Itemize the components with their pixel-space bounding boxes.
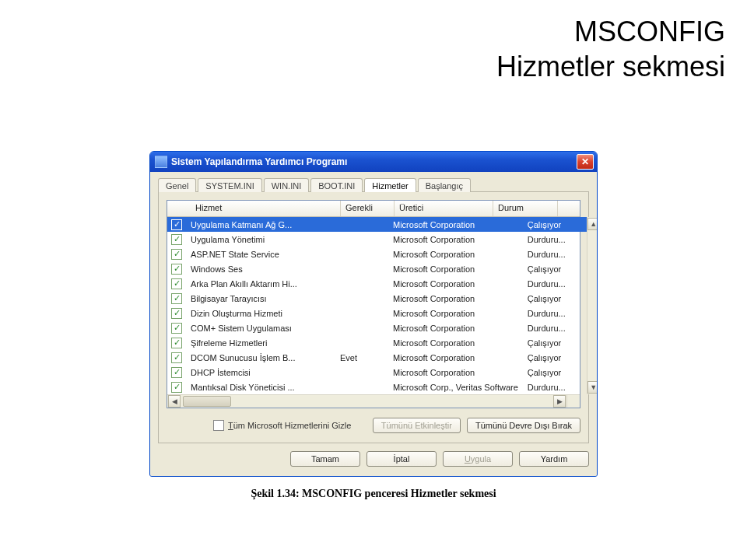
- ok-button[interactable]: Tamam: [290, 451, 360, 467]
- cell-manufacturer: Microsoft Corporation: [388, 264, 523, 274]
- tab-genel[interactable]: Genel: [158, 178, 196, 192]
- table-row[interactable]: ✓Bilgisayar TarayıcısıMicrosoft Corporat…: [167, 291, 587, 306]
- below-list-bar: Tüm Microsoft Hizmetlerini Gizle Tümünü …: [167, 418, 580, 433]
- horizontal-scrollbar[interactable]: ◀ ▶: [167, 394, 580, 408]
- cell-service: DCOM Sunucusu İşlem B...: [186, 353, 335, 362]
- row-checkbox[interactable]: ✓: [171, 308, 182, 319]
- disable-all-button[interactable]: Tümünü Devre Dışı Bırak: [467, 418, 580, 433]
- heading-line1: MSCONFIG: [574, 16, 725, 47]
- row-checkbox[interactable]: ✓: [171, 352, 182, 363]
- figure-caption: Şekil 1.34: MSCONFIG penceresi Hizmetler…: [149, 488, 598, 500]
- listview-header-row: Hizmet Gerekli Üretici Durum: [167, 201, 580, 217]
- cell-manufacturer: Microsoft Corporation: [388, 220, 523, 229]
- cell-state: Durduru...: [523, 324, 587, 333]
- figure-screenshot: Sistem Yapılandırma Yardımcı Programı ✕ …: [149, 151, 598, 500]
- row-checkbox[interactable]: ✓: [171, 234, 182, 245]
- tab-strip: GenelSYSTEM.INIWIN.INIBOOT.INIHizmetlerB…: [158, 178, 589, 192]
- tab-ba-lang-[interactable]: Başlangıç: [418, 178, 471, 192]
- list-buttons: Tümünü Etkinleştir Tümünü Devre Dışı Bır…: [373, 418, 580, 433]
- cell-manufacturer: Microsoft Corporation: [388, 250, 523, 259]
- row-checkbox[interactable]: ✓: [171, 264, 182, 275]
- row-checkbox[interactable]: ✓: [171, 219, 182, 230]
- cell-state: Çalışıyor: [523, 368, 587, 377]
- cell-service: Uygulama Yönetimi: [186, 235, 335, 244]
- close-icon: ✕: [581, 156, 589, 167]
- tab-win-ini[interactable]: WIN.INI: [264, 178, 310, 192]
- table-row[interactable]: ✓DHCP İstemcisiMicrosoft CorporationÇalı…: [167, 365, 587, 380]
- cell-state: Durduru...: [523, 309, 587, 318]
- services-listview[interactable]: Hizmet Gerekli Üretici Durum ✓Uygulama K…: [167, 200, 580, 408]
- cell-manufacturer: Microsoft Corporation: [388, 309, 523, 318]
- cell-manufacturer: Microsoft Corporation: [388, 235, 523, 244]
- table-row[interactable]: ✓Uygulama Katmanı Ağ G...Microsoft Corpo…: [167, 217, 587, 232]
- table-row[interactable]: ✓Arka Plan Akıllı Aktarım Hi...Microsoft…: [167, 276, 587, 291]
- table-row[interactable]: ✓Dizin Oluşturma HizmetiMicrosoft Corpor…: [167, 306, 587, 320]
- tab-system-ini[interactable]: SYSTEM.INI: [198, 178, 261, 192]
- enable-all-button[interactable]: Tümünü Etkinleştir: [373, 418, 461, 433]
- scroll-down-icon[interactable]: ▼: [587, 381, 598, 394]
- row-checkbox[interactable]: ✓: [171, 278, 182, 289]
- row-checkbox[interactable]: ✓: [171, 382, 182, 393]
- cell-service: Uygulama Katmanı Ağ G...: [186, 220, 335, 229]
- cell-manufacturer: Microsoft Corporation: [388, 353, 523, 362]
- apply-button[interactable]: Uygula: [443, 451, 513, 467]
- cell-state: Çalışıyor: [523, 264, 587, 274]
- hscroll-track[interactable]: [181, 396, 552, 407]
- row-checkbox[interactable]: ✓: [171, 367, 182, 378]
- checkbox-icon: [213, 420, 224, 431]
- scroll-up-icon[interactable]: ▲: [587, 218, 598, 230]
- cell-manufacturer: Microsoft Corporation: [388, 368, 523, 377]
- services-panel: Hizmet Gerekli Üretici Durum ✓Uygulama K…: [158, 191, 589, 443]
- tab-hizmetler[interactable]: Hizmetler: [364, 178, 416, 192]
- row-checkbox[interactable]: ✓: [171, 323, 182, 334]
- table-row[interactable]: ✓Şifreleme HizmetleriMicrosoft Corporati…: [167, 335, 587, 350]
- table-row[interactable]: ✓DCOM Sunucusu İşlem B...EvetMicrosoft C…: [167, 350, 587, 365]
- window-client-area: GenelSYSTEM.INIWIN.INIBOOT.INIHizmetlerB…: [150, 172, 597, 476]
- cell-service: Windows Ses: [186, 264, 335, 274]
- scroll-corner: [566, 395, 580, 408]
- app-icon: [155, 156, 167, 168]
- cell-service: DHCP İstemcisi: [186, 368, 335, 377]
- cell-manufacturer: Microsoft Corp., Veritas Software: [388, 383, 523, 392]
- help-button[interactable]: Yardım: [519, 451, 589, 467]
- row-checkbox[interactable]: ✓: [171, 338, 182, 348]
- table-row[interactable]: ✓Uygulama YönetimiMicrosoft CorporationD…: [167, 232, 587, 247]
- vertical-scrollbar[interactable]: ▲ ▼: [587, 217, 598, 394]
- scroll-right-icon[interactable]: ▶: [553, 395, 566, 408]
- cell-required: Evet: [335, 353, 388, 362]
- cell-service: COM+ Sistem Uygulaması: [186, 324, 335, 333]
- close-button[interactable]: ✕: [577, 154, 594, 170]
- cell-manufacturer: Microsoft Corporation: [388, 294, 523, 303]
- header-scroll-spacer: [558, 201, 580, 216]
- slide-heading: MSCONFIG Hizmetler sekmesi: [496, 14, 725, 84]
- cell-manufacturer: Microsoft Corporation: [388, 338, 523, 348]
- hide-ms-services-checkbox[interactable]: Tüm Microsoft Hizmetlerini Gizle: [213, 420, 351, 431]
- listview-body: ✓Uygulama Katmanı Ağ G...Microsoft Corpo…: [167, 217, 580, 394]
- row-checkbox[interactable]: ✓: [171, 293, 182, 304]
- msconfig-window: Sistem Yapılandırma Yardımcı Programı ✕ …: [149, 151, 598, 477]
- cell-state: Çalışıyor: [523, 220, 587, 229]
- header-required[interactable]: Gerekli: [341, 201, 395, 216]
- header-checkbox-col: [167, 201, 191, 216]
- cell-state: Durduru...: [523, 235, 587, 244]
- table-row[interactable]: ✓ASP.NET State ServiceMicrosoft Corporat…: [167, 247, 587, 261]
- cell-manufacturer: Microsoft Corporation: [388, 324, 523, 333]
- cell-state: Çalışıyor: [523, 294, 587, 303]
- cell-service: Bilgisayar Tarayıcısı: [186, 294, 335, 303]
- window-title: Sistem Yapılandırma Yardımcı Programı: [171, 156, 577, 167]
- header-service[interactable]: Hizmet: [191, 201, 341, 216]
- table-row[interactable]: ✓COM+ Sistem UygulamasıMicrosoft Corpora…: [167, 320, 587, 335]
- cell-service: ASP.NET State Service: [186, 250, 335, 259]
- cell-state: Durduru...: [523, 279, 587, 289]
- row-checkbox[interactable]: ✓: [171, 249, 182, 260]
- table-row[interactable]: ✓Windows SesMicrosoft CorporationÇalışıy…: [167, 261, 587, 276]
- tab-boot-ini[interactable]: BOOT.INI: [310, 178, 363, 192]
- header-manufacturer[interactable]: Üretici: [395, 201, 493, 216]
- cell-state: Durduru...: [523, 383, 587, 392]
- hide-ms-label: Tüm Microsoft Hizmetlerini Gizle: [228, 421, 351, 430]
- header-state[interactable]: Durum: [493, 201, 558, 216]
- hscroll-thumb[interactable]: [183, 396, 231, 407]
- cancel-button[interactable]: İptal: [366, 451, 437, 467]
- scroll-left-icon[interactable]: ◀: [168, 395, 181, 408]
- table-row[interactable]: ✓Mantıksal Disk Yöneticisi ...Microsoft …: [167, 380, 587, 394]
